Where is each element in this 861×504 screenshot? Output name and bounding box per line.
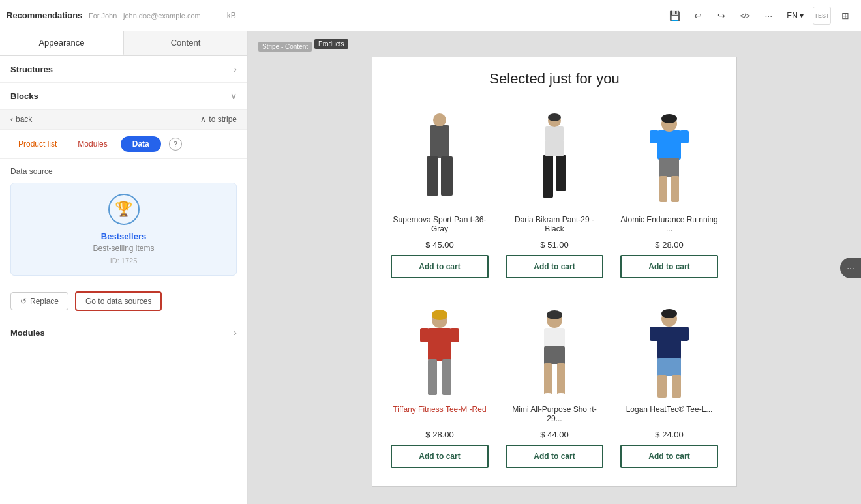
tab-appearance[interactable]: Appearance: [0, 31, 124, 55]
svg-rect-2: [441, 156, 453, 196]
product-card: Supernova Sport Pan t-36-Gray $ 45.00 Ad…: [385, 100, 494, 284]
svg-rect-1: [427, 156, 438, 196]
data-source-card: 🏆 Bestsellers Best-selling items ID: 172…: [10, 183, 237, 276]
svg-point-40: [661, 309, 677, 318]
labels-row: Stripe - Content Products: [248, 31, 861, 54]
modules-row[interactable]: Modules ›: [0, 319, 247, 346]
layout-button[interactable]: ⊞: [836, 7, 854, 25]
top-bar-actions: 💾 ↩ ↪ </> ··· EN ▾ TEST ⊞: [665, 7, 854, 25]
email-label: john.doe@example.com: [123, 12, 201, 20]
to-stripe-label: to stripe: [209, 115, 237, 124]
redo-button[interactable]: ↪: [712, 7, 731, 25]
svg-rect-10: [657, 130, 681, 160]
product-price-5: $ 44.00: [540, 430, 568, 439]
back-label: back: [16, 115, 32, 124]
product-price-4: $ 28.00: [425, 430, 453, 439]
svg-rect-6: [556, 155, 566, 191]
modules-chevron-icon: ›: [234, 327, 237, 338]
svg-point-29: [541, 393, 554, 400]
save-button[interactable]: 💾: [665, 7, 684, 25]
add-to-cart-button-1[interactable]: Add to cart: [391, 255, 489, 278]
code-button[interactable]: </>: [736, 7, 754, 25]
data-source-name: Bestsellers: [101, 231, 146, 241]
product-price-3: $ 28.00: [655, 240, 683, 250]
product-card: Daria Bikram Pant-29 -Black $ 51.00 Add …: [500, 100, 609, 284]
test-button[interactable]: TEST: [813, 7, 831, 25]
product-price-1: $ 45.00: [425, 240, 453, 250]
product-name-4: Tiffany Fitness Tee-M -Red: [393, 405, 486, 426]
svg-rect-38: [672, 375, 681, 398]
product-image-1: [391, 106, 489, 210]
page-title: Recommendations: [7, 10, 82, 20]
data-source-desc: Best-selling items: [93, 244, 154, 253]
sub-tab-data[interactable]: Data: [121, 136, 161, 152]
svg-point-24: [432, 310, 447, 320]
structures-row[interactable]: Structures ›: [0, 56, 247, 83]
more-button[interactable]: ···: [759, 7, 778, 25]
product-grid: Supernova Sport Pan t-36-Gray $ 45.00 Ad…: [385, 100, 723, 473]
sub-tab-product-list[interactable]: Product list: [10, 136, 65, 152]
svg-rect-36: [657, 358, 681, 376]
products-label: Products: [314, 39, 348, 49]
product-name-1: Supernova Sport Pan t-36-Gray: [391, 215, 489, 236]
add-to-cart-button-3[interactable]: Add to cart: [620, 255, 718, 278]
sub-tab-modules[interactable]: Modules: [70, 136, 115, 152]
blocks-label: Blocks: [10, 91, 38, 101]
product-image-2: [506, 106, 603, 210]
to-stripe-button[interactable]: ∧ to stripe: [200, 115, 237, 124]
modules-label: Modules: [10, 328, 45, 338]
product-price-6: $ 24.00: [655, 430, 683, 439]
language-selector[interactable]: EN ▾: [783, 8, 808, 23]
replace-button[interactable]: ↺ Replace: [10, 292, 68, 310]
svg-rect-27: [544, 363, 552, 396]
goto-data-sources-button[interactable]: Go to data sources: [75, 291, 162, 311]
svg-rect-22: [442, 359, 451, 395]
svg-rect-25: [544, 328, 565, 348]
product-name-3: Atomic Endurance Ru nning ...: [620, 215, 718, 236]
data-source-label: Data source: [10, 167, 237, 176]
product-image-5: [506, 295, 603, 400]
product-card: Atomic Endurance Ru nning ... $ 28.00 Ad…: [615, 100, 723, 284]
product-card: Logan HeatTec® Tee-L... $ 24.00 Add to c…: [615, 290, 723, 473]
back-button[interactable]: ‹ back: [10, 115, 32, 124]
top-bar-left: Recommendations For John john.doe@exampl…: [7, 10, 665, 20]
product-name-6: Logan HeatTec® Tee-L...: [626, 405, 713, 426]
svg-rect-37: [657, 375, 667, 398]
structures-label: Structures: [10, 65, 53, 74]
product-card: Tiffany Fitness Tee-M -Red $ 28.00 Add t…: [385, 290, 494, 473]
svg-rect-9: [545, 140, 564, 156]
add-to-cart-button-2[interactable]: Add to cart: [506, 255, 603, 278]
email-preview: Stripe - Content Products Selected just …: [248, 31, 861, 504]
svg-rect-18: [428, 328, 451, 361]
product-image-6: [620, 295, 718, 400]
help-icon[interactable]: ?: [169, 138, 182, 151]
svg-point-32: [547, 310, 562, 319]
sidebar: Appearance Content Structures › Blocks ∨…: [0, 31, 248, 504]
blocks-chevron-icon: ∨: [230, 91, 237, 101]
top-bar: Recommendations For John john.doe@exampl…: [0, 0, 861, 31]
lang-chevron-icon: ▾: [800, 11, 804, 20]
add-to-cart-button-6[interactable]: Add to cart: [620, 445, 718, 468]
svg-rect-0: [430, 125, 449, 158]
content-area: Stripe - Content Products Selected just …: [248, 31, 861, 504]
add-to-cart-button-4[interactable]: Add to cart: [391, 445, 489, 468]
side-float-button[interactable]: ···: [840, 258, 861, 278]
undo-button[interactable]: ↩: [689, 7, 707, 25]
svg-rect-20: [450, 328, 459, 342]
svg-rect-19: [420, 328, 429, 342]
product-image-3: [620, 106, 718, 210]
replace-icon: ↺: [20, 297, 27, 306]
add-to-cart-button-5[interactable]: Add to cart: [506, 445, 603, 468]
blocks-header[interactable]: Blocks ∨: [0, 83, 247, 110]
replace-label: Replace: [30, 297, 59, 306]
svg-rect-15: [671, 176, 679, 202]
svg-point-3: [433, 113, 446, 126]
product-section: Selected just for you: [372, 57, 736, 486]
svg-rect-12: [680, 130, 689, 143]
structures-chevron-icon: ›: [234, 64, 237, 74]
svg-rect-26: [544, 346, 565, 364]
tab-content[interactable]: Content: [124, 31, 247, 55]
back-arrow-icon: ‹: [10, 115, 13, 124]
trophy-icon: 🏆: [115, 201, 132, 218]
for-label: For John: [89, 12, 117, 20]
